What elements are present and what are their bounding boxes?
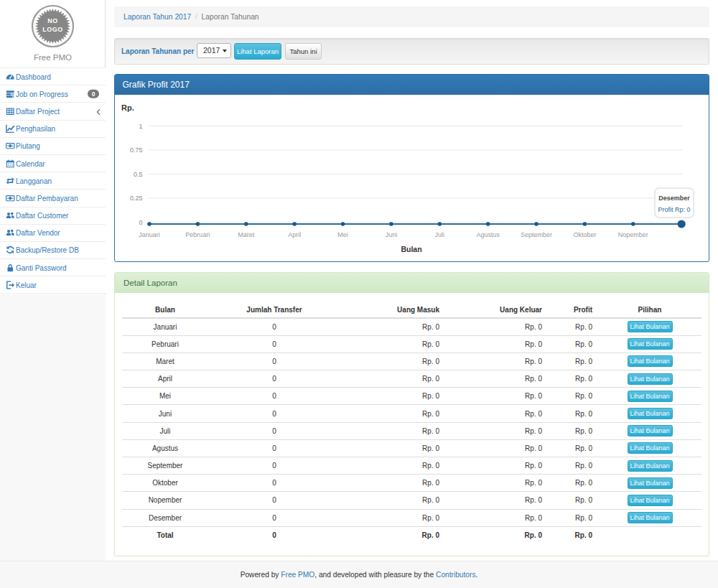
svg-text:Rp.: Rp. (121, 103, 134, 112)
svg-text:LOGO: LOGO (42, 26, 63, 33)
svg-text:NO: NO (47, 17, 58, 24)
svg-text:Mei: Mei (337, 231, 348, 238)
svg-text:Pebruari: Pebruari (185, 231, 210, 238)
svg-text:Desember: Desember (658, 195, 690, 202)
svg-text:April: April (288, 231, 301, 238)
svg-text:Oktober: Oktober (573, 231, 596, 238)
svg-text:Nopember: Nopember (618, 231, 648, 238)
svg-text:September: September (521, 231, 552, 238)
svg-text:0.5: 0.5 (134, 171, 143, 178)
svg-text:Juli: Juli (435, 231, 445, 238)
svg-text:1: 1 (139, 123, 142, 130)
svg-text:Januari: Januari (139, 231, 160, 238)
svg-text:Agustus: Agustus (476, 231, 500, 238)
svg-text:Juni: Juni (386, 231, 398, 238)
svg-text:Maret: Maret (238, 231, 255, 238)
svg-text:Profit Rp: 0: Profit Rp: 0 (658, 206, 690, 213)
svg-text:0.75: 0.75 (130, 146, 143, 154)
svg-text:0: 0 (139, 219, 142, 226)
svg-text:Bulan: Bulan (401, 245, 421, 253)
svg-text:0.25: 0.25 (130, 195, 143, 202)
